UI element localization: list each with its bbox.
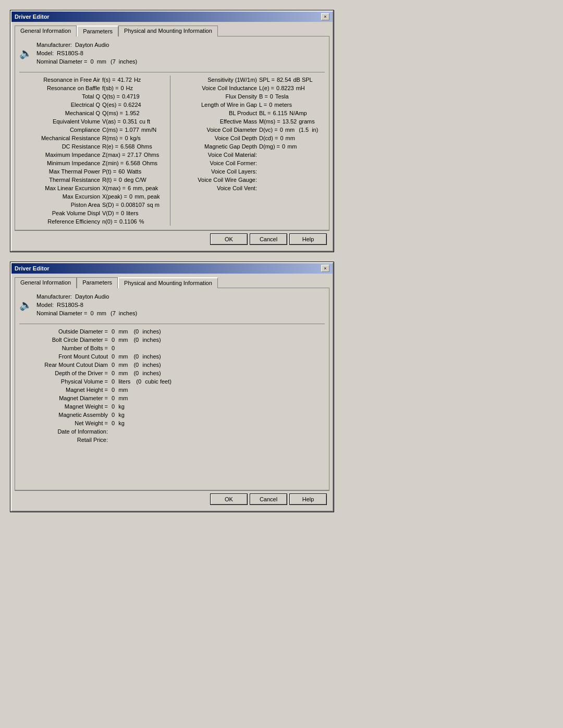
speaker-icon-1: 🔈	[19, 47, 32, 59]
nominal-paren-2: (7	[111, 309, 116, 317]
param-label-compliance: Compliance	[19, 126, 100, 134]
tab-physical-2[interactable]: Physical and Mounting Information	[118, 277, 218, 288]
params-container-1: Resonance in Free Air f(s) = 41.72 Hz Re…	[19, 76, 325, 226]
model-value-2: RS180S-8	[57, 301, 83, 309]
tab-content-1: 🔈 Manufacturer: Dayton Audio Model: RS18…	[15, 36, 329, 230]
param-row-compliance: Compliance C(ms) = 1.077 mm/N	[19, 126, 162, 134]
manufacturer-value-1: Dayton Audio	[75, 41, 109, 49]
nominal-value-2: 0	[91, 309, 94, 317]
param-row-max-linear: Max Linear Excursion X(max) = 6 mm, peak	[19, 184, 162, 192]
button-bar-1: OK Cancel Help	[15, 230, 329, 248]
mounting-row-rear-cutout: Rear Mount Cutout Diam 0 mm (0 inches)	[19, 361, 325, 369]
param-label-piston-area: Piston Area	[19, 201, 100, 209]
param-row-flux-density: Flux Density B = 0 Tesla	[179, 92, 325, 101]
manufacturer-label-2: Manufacturer:	[36, 292, 72, 301]
param-label-max-excursion: Max Excursion	[19, 192, 100, 201]
driver-editor-window-1: Driver Editor × General Information Para…	[10, 10, 334, 252]
title-bar-buttons-1: ×	[321, 13, 329, 20]
manufacturer-value-2: Dayton Audio	[75, 292, 109, 301]
tab-bar-2: General Information Parameters Physical …	[15, 277, 329, 288]
param-row-eff-mass: Effective Mass M(ms) = 13.52 grams	[179, 117, 325, 126]
close-button-1[interactable]: ×	[321, 13, 329, 20]
param-row-ref-eff: Reference Efficiency n(0) = 0.1106 %	[19, 217, 162, 226]
param-row-vc-wire: Voice Coil Wire Gauge:	[179, 176, 325, 184]
param-label-dc-res: DC Resistance	[19, 142, 100, 151]
nominal-value-1: 0	[91, 57, 94, 66]
nominal-paren-1: (7	[111, 57, 116, 66]
param-row-vc-vent: Voice Coil Vent:	[179, 184, 325, 192]
header-divider-1	[19, 72, 325, 72]
tab-bar-1: General Information Parameters Physical …	[15, 25, 329, 36]
nominal-in-2: inches)	[119, 309, 137, 317]
param-row-vc-former: Voice Coil Former:	[179, 159, 325, 167]
param-row-max-imp: Maximum Impedance Z(max) = 27.17 Ohms	[19, 151, 162, 159]
window-title-2: Driver Editor	[15, 265, 50, 272]
param-label-mech-res: Mechanical Resistance	[19, 134, 100, 142]
manufacturer-row-1: Manufacturer: Dayton Audio	[36, 41, 137, 49]
nominal-mm-1: mm	[97, 57, 106, 66]
mounting-row-magnet-diam: Magnet Diameter = 0 mm	[19, 394, 325, 402]
params-left-1: Resonance in Free Air f(s) = 41.72 Hz Re…	[19, 76, 162, 226]
param-row-wire-length: Length of Wire in Gap L = 0 meters	[179, 101, 325, 109]
mounting-row-outside-diam: Outside Diameter = 0 mm (0 inches)	[19, 327, 325, 336]
model-label-1: Model:	[36, 49, 54, 57]
speaker-icon-2: 🔈	[19, 299, 32, 311]
param-row-res-baffle: Resonance on Baffle f(sb) = 0 Hz	[19, 84, 162, 92]
tab-physical-1[interactable]: Physical and Mounting Information	[118, 26, 218, 36]
param-row-vc-layers: Voice Coil Layers:	[179, 167, 325, 176]
ok-button-2[interactable]: OK	[211, 494, 247, 504]
mounting-row-price: Retail Price:	[19, 436, 325, 444]
param-row-res-free: Resonance in Free Air f(s) = 41.72 Hz	[19, 76, 162, 84]
param-row-total-q: Total Q Q(ts) = 0.4719	[19, 92, 162, 101]
column-divider-1	[170, 76, 170, 226]
driver-info-header-2: 🔈 Manufacturer: Dayton Audio Model: RS18…	[19, 292, 325, 319]
param-row-vc-depth: Voice Coil Depth D(cd) = 0 mm	[179, 134, 325, 142]
param-row-mech-res: Mechanical Resistance R(ms) = 0 kg/s	[19, 134, 162, 142]
mounting-row-magnet-height: Magnet Height = 0 mm	[19, 386, 325, 394]
model-value-1: RS180S-8	[57, 49, 83, 57]
param-row-mech-q: Mechanical Q Q(ms) = 1.952	[19, 109, 162, 117]
cancel-button-1[interactable]: Cancel	[250, 234, 287, 244]
param-label-total-q: Total Q	[19, 92, 100, 101]
window-content-2: General Information Parameters Physical …	[11, 274, 333, 511]
param-row-piston-area: Piston Area S(D) = 0.008107 sq m	[19, 201, 162, 209]
driver-details-2: Manufacturer: Dayton Audio Model: RS180S…	[36, 292, 137, 317]
help-button-1[interactable]: Help	[290, 234, 326, 244]
close-button-2[interactable]: ×	[321, 265, 329, 272]
param-row-vc-material: Voice Coil Material:	[179, 151, 325, 159]
mounting-row-magnet-weight: Magnet Weight = 0 kg	[19, 402, 325, 411]
button-bar-2: OK Cancel Help	[15, 490, 329, 508]
manufacturer-row-2: Manufacturer: Dayton Audio	[36, 292, 137, 301]
mounting-row-depth: Depth of the Driver = 0 mm (0 inches)	[19, 369, 325, 377]
params-right-1: Sensitivity (1W/1m) SPL = 82.54 dB SPL V…	[179, 76, 325, 226]
help-button-2[interactable]: Help	[290, 494, 326, 504]
model-row-1: Model: RS180S-8	[36, 49, 137, 57]
nominal-in-1: inches)	[119, 57, 137, 66]
driver-details-1: Manufacturer: Dayton Audio Model: RS180S…	[36, 41, 137, 66]
title-bar-1: Driver Editor ×	[11, 11, 333, 22]
param-row-mag-gap: Magnetic Gap Depth D(mg) = 0 mm	[179, 142, 325, 151]
tab-content-2: 🔈 Manufacturer: Dayton Audio Model: RS18…	[15, 288, 329, 490]
tab-parameters-2[interactable]: Parameters	[77, 277, 118, 288]
param-row-thermal-pow: Max Thermal Power P(t) = 60 Watts	[19, 167, 162, 176]
mounting-row-front-cutout: Front Mount Cutout 0 mm (0 inches)	[19, 352, 325, 361]
header-divider-2	[19, 324, 325, 324]
nominal-row-2: Nominal Diameter = 0 mm (7 inches)	[36, 309, 137, 317]
param-label-res-free: Resonance in Free Air	[19, 76, 100, 84]
tab-general-info-2[interactable]: General Information	[15, 277, 77, 288]
title-bar-buttons-2: ×	[321, 265, 329, 272]
param-row-sensitivity: Sensitivity (1W/1m) SPL = 82.54 dB SPL	[179, 76, 325, 84]
ok-button-1[interactable]: OK	[211, 234, 247, 244]
cancel-button-2[interactable]: Cancel	[250, 494, 287, 504]
tab-general-info-1[interactable]: General Information	[15, 26, 77, 36]
param-label-max-linear: Max Linear Excursion	[19, 184, 100, 192]
model-row-2: Model: RS180S-8	[36, 301, 137, 309]
param-label-max-imp: Maximum Impedance	[19, 151, 100, 159]
manufacturer-label-1: Manufacturer:	[36, 41, 72, 49]
param-row-max-excursion: Max Excursion X(peak) = 0 mm, peak	[19, 192, 162, 201]
tab-parameters-1[interactable]: Parameters	[77, 26, 118, 36]
param-row-vc-inductance: Voice Coil Inductance L(e) = 0.8223 mH	[179, 84, 325, 92]
window-content-1: General Information Parameters Physical …	[11, 22, 333, 251]
param-label-min-imp: Minimum Impedance	[19, 159, 100, 167]
param-row-dc-res: DC Resistance R(e) = 6.568 Ohms	[19, 142, 162, 151]
